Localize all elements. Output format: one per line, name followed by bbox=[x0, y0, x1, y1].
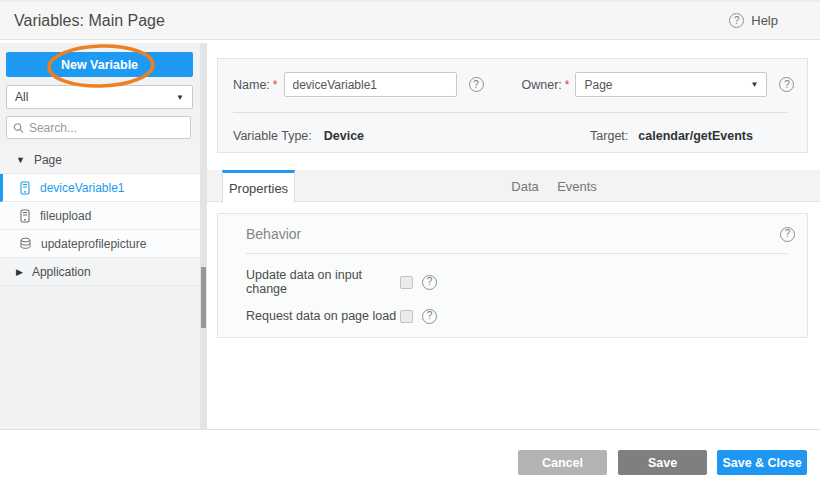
service-variable-icon bbox=[19, 237, 32, 250]
update-on-input-change-row: Update data on input change ? bbox=[246, 274, 437, 290]
request-on-page-load-row: Request data on page load ? bbox=[246, 308, 437, 324]
required-marker: * bbox=[273, 78, 278, 92]
owner-selected-value: Page bbox=[584, 78, 612, 92]
dialog-footer: Cancel Save Save & Close bbox=[0, 429, 820, 486]
variable-summary-panel: Name: * ? Owner: * Page ▼ ? Variable Typ… bbox=[217, 58, 808, 153]
cancel-button[interactable]: Cancel bbox=[518, 450, 607, 475]
device-variable-icon bbox=[19, 209, 31, 223]
update-on-input-change-label: Update data on input change bbox=[246, 268, 400, 296]
form-divider bbox=[233, 112, 787, 113]
variable-search[interactable] bbox=[6, 116, 191, 139]
tree-item-fileupload[interactable]: fileupload bbox=[0, 202, 200, 230]
save-button[interactable]: Save bbox=[618, 450, 707, 475]
help-link[interactable]: ? Help bbox=[729, 13, 778, 28]
chevron-down-icon: ▼ bbox=[751, 80, 759, 89]
tab-events[interactable]: Events bbox=[548, 170, 606, 202]
variable-type-label: Variable Type: bbox=[233, 129, 312, 143]
scrollbar-thumb[interactable] bbox=[201, 267, 206, 328]
tab-data[interactable]: Data bbox=[502, 170, 548, 202]
tab-properties[interactable]: Properties bbox=[222, 170, 295, 203]
filter-selected-value: All bbox=[15, 90, 28, 104]
search-icon bbox=[13, 122, 24, 134]
update-on-input-change-help-icon[interactable]: ? bbox=[422, 275, 437, 290]
name-help-icon[interactable]: ? bbox=[469, 77, 484, 92]
new-variable-button[interactable]: New Variable bbox=[6, 52, 193, 77]
required-marker: * bbox=[565, 78, 570, 92]
caret-down-icon: ▼ bbox=[16, 155, 25, 165]
caret-right-icon: ▶ bbox=[16, 267, 23, 277]
tree-item-devicevariable1[interactable]: deviceVariable1 bbox=[0, 174, 200, 202]
tree-group-label: Page bbox=[34, 153, 62, 167]
help-label: Help bbox=[751, 13, 778, 28]
tree-group-label: Application bbox=[32, 265, 91, 279]
tree-group-page[interactable]: ▼ Page bbox=[0, 146, 200, 174]
variable-tree: ▼ Page deviceVariable1 f bbox=[0, 146, 200, 286]
tree-item-label: updateprofilepicture bbox=[41, 237, 146, 251]
tree-item-label: fileupload bbox=[40, 209, 91, 223]
owner-select[interactable]: Page ▼ bbox=[575, 72, 767, 97]
target-value: calendar/getEvents bbox=[638, 129, 753, 143]
behavior-section: Behavior ? Update data on input change ?… bbox=[217, 213, 808, 338]
name-label: Name: bbox=[233, 78, 270, 92]
request-on-page-load-help-icon[interactable]: ? bbox=[422, 309, 437, 324]
variable-detail-pane: Name: * ? Owner: * Page ▼ ? Variable Typ… bbox=[207, 43, 820, 429]
save-and-close-button[interactable]: Save & Close bbox=[717, 450, 807, 475]
variable-type-value: Device bbox=[324, 129, 364, 143]
help-icon: ? bbox=[729, 13, 744, 28]
owner-help-icon[interactable]: ? bbox=[779, 77, 794, 92]
name-input[interactable] bbox=[284, 72, 457, 97]
search-input[interactable] bbox=[29, 121, 184, 135]
detail-tabbar: Properties Data Events bbox=[207, 170, 820, 202]
variables-dialog: Variables: Main Page ? Help New Variable… bbox=[0, 0, 820, 486]
tree-item-label: deviceVariable1 bbox=[40, 181, 125, 195]
behavior-help-icon[interactable]: ? bbox=[780, 227, 795, 242]
update-on-input-change-checkbox[interactable] bbox=[400, 276, 413, 289]
owner-group: Owner: * Page ▼ ? bbox=[522, 72, 795, 97]
chevron-down-icon: ▼ bbox=[176, 93, 184, 102]
name-owner-row: Name: * ? Owner: * Page ▼ ? bbox=[233, 72, 792, 97]
behavior-divider bbox=[246, 253, 787, 254]
owner-label: Owner: bbox=[522, 78, 562, 92]
sidebar-scrollbar[interactable] bbox=[200, 43, 207, 429]
request-on-page-load-label: Request data on page load bbox=[246, 309, 400, 323]
device-variable-icon bbox=[19, 181, 31, 195]
variables-sidebar: New Variable All ▼ ▼ Page bbox=[0, 43, 200, 429]
target-label: Target: bbox=[590, 129, 628, 143]
page-title: Variables: Main Page bbox=[14, 12, 165, 30]
behavior-title: Behavior bbox=[246, 226, 301, 242]
behavior-header: Behavior ? bbox=[246, 226, 795, 242]
tree-group-application[interactable]: ▶ Application bbox=[0, 258, 200, 286]
request-on-page-load-checkbox[interactable] bbox=[400, 310, 413, 323]
tree-item-updateprofilepicture[interactable]: updateprofilepicture bbox=[0, 230, 200, 258]
dialog-header: Variables: Main Page ? Help bbox=[0, 0, 820, 40]
target-group: Target: calendar/getEvents bbox=[590, 129, 753, 143]
variable-filter-select[interactable]: All ▼ bbox=[6, 85, 193, 109]
type-target-row: Variable Type: Device Target: calendar/g… bbox=[233, 126, 787, 146]
